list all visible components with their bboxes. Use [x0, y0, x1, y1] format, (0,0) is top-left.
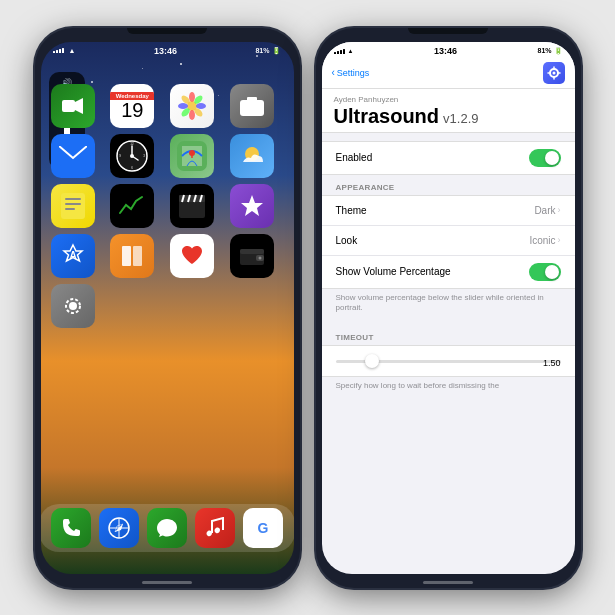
appearance-group: Theme Dark › Look Iconic ›	[322, 195, 575, 289]
right-status-time: 13:46	[434, 46, 457, 56]
theme-row[interactable]: Theme Dark ›	[322, 196, 575, 226]
app-books[interactable]	[110, 234, 154, 278]
app-facetime[interactable]	[51, 84, 95, 128]
app-photos[interactable]	[170, 84, 214, 128]
show-volume-pct-row[interactable]: Show Volume Percentage	[322, 256, 575, 288]
right-signal: ▲	[334, 48, 354, 54]
svg-marker-1	[75, 98, 83, 114]
app-appstore[interactable]: A	[51, 234, 95, 278]
app-version: v1.2.9	[443, 111, 478, 126]
right-home-indicator[interactable]	[423, 581, 473, 584]
app-mail[interactable]	[51, 134, 95, 178]
toggle-knob	[545, 151, 559, 165]
timeout-description: Specify how long to wait before dismissi…	[322, 377, 575, 397]
nav-bar: ‹ Settings	[322, 58, 575, 89]
svg-point-9	[178, 103, 188, 109]
look-label: Look	[336, 235, 358, 246]
app-phone[interactable]	[51, 508, 91, 548]
look-row[interactable]: Look Iconic ›	[322, 226, 575, 256]
app-wallet[interactable]	[230, 234, 274, 278]
app-notes[interactable]	[51, 184, 95, 228]
theme-current: Dark	[534, 205, 555, 216]
app-title: Ultrasound	[334, 105, 440, 128]
right-battery-icon: 🔋	[554, 47, 563, 55]
right-status-bar: ▲ 13:46 81% 🔋	[322, 42, 575, 58]
theme-chevron-icon: ›	[558, 205, 561, 215]
app-cydia[interactable]	[230, 184, 274, 228]
enabled-toggle[interactable]	[529, 149, 561, 167]
app-google[interactable]: G	[243, 508, 283, 548]
battery-icon: 🔋	[272, 47, 281, 55]
wifi-icon: ▲	[69, 47, 76, 54]
status-bar: ▲ 13:46 81% 🔋	[41, 42, 294, 58]
svg-rect-32	[179, 200, 205, 218]
look-chevron-icon: ›	[558, 235, 561, 245]
nav-back-label: Settings	[337, 68, 370, 78]
svg-point-55	[552, 71, 555, 74]
app-weather[interactable]	[230, 134, 274, 178]
status-time: 13:46	[154, 46, 177, 56]
left-phone: ▲ 13:46 81% 🔋 🔊 100%	[35, 28, 300, 588]
svg-point-45	[258, 256, 261, 259]
svg-rect-43	[240, 249, 264, 254]
app-safari[interactable]	[99, 508, 139, 548]
svg-point-20	[130, 154, 134, 158]
app-stocks[interactable]	[110, 184, 154, 228]
slider-wrapper: 1.50	[336, 360, 561, 363]
app-grid: Wednesday 19	[41, 78, 294, 334]
svg-point-7	[189, 110, 195, 120]
appearance-section: APPEARANCE Theme Dark › Look Ic	[322, 183, 575, 320]
timeout-section-label: TIMEOUT	[322, 327, 575, 345]
right-wifi-icon: ▲	[348, 48, 354, 54]
right-phone: ▲ 13:46 81% 🔋 ‹ Settings	[316, 28, 581, 588]
svg-text:12: 12	[131, 142, 135, 146]
back-chevron-icon: ‹	[332, 67, 335, 78]
app-music[interactable]	[195, 508, 235, 548]
appearance-section-label: APPEARANCE	[322, 183, 575, 195]
look-value: Iconic ›	[529, 235, 560, 246]
dock: G	[41, 496, 294, 556]
enabled-group: Enabled	[322, 141, 575, 175]
settings-header: Ayden Panhuyzen Ultrasound v1.2.9	[322, 89, 575, 133]
status-right: 81% 🔋	[255, 47, 281, 55]
svg-rect-0	[62, 100, 75, 112]
timeout-slider-row: 1.50	[322, 346, 575, 376]
show-volume-pct-toggle[interactable]	[529, 263, 561, 281]
enabled-row[interactable]: Enabled	[322, 142, 575, 174]
svg-rect-31	[65, 208, 75, 210]
theme-label: Theme	[336, 205, 367, 216]
timeout-section: TIMEOUT 1.50 Specify how long to wait be…	[322, 327, 575, 397]
battery-percent: 81%	[255, 47, 269, 54]
theme-value: Dark ›	[534, 205, 560, 216]
status-left: ▲	[53, 47, 76, 54]
home-indicator[interactable]	[142, 581, 192, 584]
svg-marker-38	[241, 195, 263, 216]
app-clock[interactable]: 12 3 6 9	[110, 134, 154, 178]
svg-point-3	[189, 92, 195, 102]
back-button[interactable]: ‹ Settings	[332, 67, 370, 78]
appearance-description: Show volume percentage below the slider …	[322, 289, 575, 320]
homescreen: ▲ 13:46 81% 🔋 🔊 100%	[41, 42, 294, 574]
app-maps[interactable]	[170, 134, 214, 178]
svg-rect-41	[133, 246, 142, 266]
svg-rect-30	[65, 203, 81, 205]
slider-thumb[interactable]	[365, 354, 379, 368]
app-settings[interactable]	[51, 284, 95, 328]
app-camera[interactable]	[230, 84, 274, 128]
right-battery: 81% 🔋	[537, 47, 562, 55]
dock-background: G	[41, 504, 294, 552]
show-volume-pct-knob	[545, 265, 559, 279]
look-current: Iconic	[529, 235, 555, 246]
right-battery-pct: 81%	[537, 47, 551, 54]
svg-rect-29	[65, 198, 81, 200]
svg-point-13	[249, 105, 254, 110]
developer-name: Ayden Panhuyzen	[334, 95, 563, 104]
app-clapperboard[interactable]	[170, 184, 214, 228]
svg-point-5	[196, 103, 206, 109]
app-messages[interactable]	[147, 508, 187, 548]
right-phone-screen: ▲ 13:46 81% 🔋 ‹ Settings	[322, 42, 575, 574]
svg-point-46	[69, 302, 77, 310]
app-calendar[interactable]: Wednesday 19	[110, 84, 154, 128]
app-health[interactable]	[170, 234, 214, 278]
svg-rect-40	[122, 246, 131, 266]
